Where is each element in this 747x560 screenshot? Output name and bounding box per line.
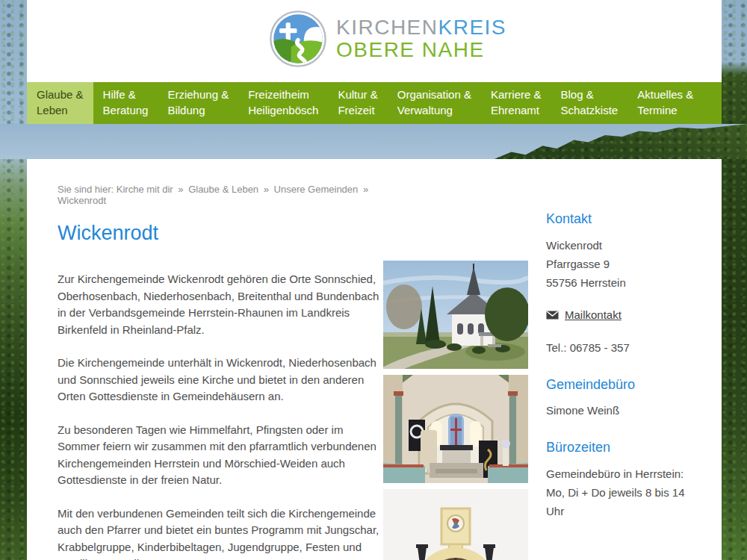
paragraph-besondere-tage: Zu besonderen Tagen wie Himmelfahrt, Pfi… <box>58 422 383 489</box>
paragraph-programm: Mit den verbundenen Gemeinden teilt sich… <box>58 505 383 560</box>
nav-item-organisation[interactable]: Organisation &Verwaltung <box>388 82 481 124</box>
breadcrumb-link-glaube-leben[interactable]: Glaube & Leben <box>188 184 258 195</box>
nav-item-kultur-freizeit[interactable]: Kultur &Freizeit <box>328 82 387 124</box>
page: KIRCHENKREIS OBERE NAHE Glaube &Leben Hi… <box>0 0 747 560</box>
breadcrumb-current-page: Wickenrodt <box>58 195 106 206</box>
nav-item-hilfe-beratung[interactable]: Hilfe &Beratung <box>93 82 158 124</box>
site-header: KIRCHENKREIS OBERE NAHE <box>27 0 722 82</box>
paragraph-kirchen: Die Kirchengemeinde unterhält in Wickenr… <box>58 355 383 405</box>
main-navigation: Glaube &Leben Hilfe &Beratung Erziehung … <box>27 82 722 124</box>
office-contact-name: Simone Weinß <box>546 404 704 417</box>
nav-item-karriere[interactable]: Karriere &Ehrenamt <box>481 82 551 124</box>
content-area: Sie sind hier: Kirche mit dir » Glaube &… <box>27 159 722 560</box>
church-landscape-logo-icon <box>269 10 327 68</box>
nav-item-glaube-leben[interactable]: Glaube &Leben <box>27 82 93 124</box>
background-forest-right <box>722 0 747 560</box>
mail-contact-row: Mailkontakt <box>546 308 704 321</box>
nav-item-aktuelles[interactable]: Aktuelles &Termine <box>627 82 703 124</box>
contact-sidebar: Kontakt Wickenrodt Pfarrgasse 9 55756 He… <box>546 211 704 520</box>
nav-item-blog[interactable]: Blog &Schatzkiste <box>551 82 628 124</box>
office-hours: Gemeindebüro in Herrstein: Mo, Di + Do j… <box>546 464 704 520</box>
paragraph-orte: Zur Kirchengemeinde Wickenrodt gehören d… <box>58 271 383 338</box>
background-hillside <box>463 124 747 159</box>
background-forest-left <box>0 0 27 560</box>
contact-address: Wickenrodt Pfarrgasse 9 55756 Herrstein <box>546 236 704 292</box>
nav-item-erziehung-bildung[interactable]: Erziehung &Bildung <box>158 82 238 124</box>
phone-number: Tel.: 06785 - 357 <box>546 341 704 354</box>
nav-item-freizeitheim[interactable]: FreizeitheimHeiligenbösch <box>238 82 328 124</box>
breadcrumb-link-kirche-mit-dir[interactable]: Kirche mit dir <box>117 184 173 195</box>
mail-contact-link[interactable]: Mailkontakt <box>565 308 622 321</box>
background-sky-band <box>0 124 747 159</box>
breadcrumb: Sie sind hier: Kirche mit dir » Glaube &… <box>58 184 383 206</box>
breadcrumb-link-unsere-gemeinden[interactable]: Unsere Gemeinden <box>274 184 359 195</box>
envelope-icon <box>546 311 559 320</box>
sidebar-heading-gemeindebuero: Gemeindebüro <box>546 377 704 393</box>
sidebar-heading-buerozeiten: Bürozeiten <box>546 440 704 455</box>
photo-column <box>383 261 528 560</box>
site-logo[interactable]: KIRCHENKREIS OBERE NAHE <box>269 10 506 68</box>
sidebar-heading-kontakt: Kontakt <box>546 211 704 227</box>
photo-church-exterior <box>383 261 528 369</box>
page-title: Wickenrodt <box>58 222 383 245</box>
photo-church-interior <box>383 375 528 483</box>
photo-church-portal <box>383 489 528 560</box>
site-logo-text: KIRCHENKREIS OBERE NAHE <box>336 16 506 61</box>
breadcrumb-prefix: Sie sind hier: <box>58 184 114 195</box>
